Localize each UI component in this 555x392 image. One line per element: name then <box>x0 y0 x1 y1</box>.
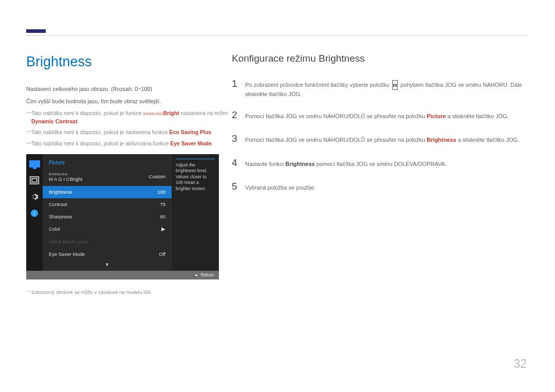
sharpness-label: Sharpness <box>49 213 72 220</box>
note-dynamic-contrast: Tato nabídka není k dispozici, pokud je … <box>26 109 232 126</box>
header-rule <box>26 35 529 36</box>
osd-row-contrast: Contrast 75 <box>43 198 172 211</box>
subsection-heading: Konfigurace režimu Brightness <box>232 51 529 66</box>
osd-scroll-down-icon: ▼ <box>43 262 172 269</box>
color-arrow-icon: ▶ <box>161 226 165 233</box>
left-column: Brightness Nastavení celkového jasu obra… <box>26 51 232 296</box>
osd-title: Picture <box>43 156 172 171</box>
magicbright-value: Custom <box>149 173 165 183</box>
intro-paragraph-1: Nastavení celkového jasu obrazu. (Rozsah… <box>26 85 232 93</box>
step-4: 4 Nastavte funkci Brightness pomocí tlač… <box>232 156 529 171</box>
step-bold: Brightness <box>285 161 314 167</box>
note-text: Tato nabídka není k dispozici, pokud je … <box>31 110 143 116</box>
monitor-icon <box>29 158 40 170</box>
osd-row-eyesaver: Eye Saver Mode Off <box>43 248 172 260</box>
section-heading: Brightness <box>26 51 232 72</box>
step-2: 2 Pomocí tlačítka JOG ve směru NAHORU/DO… <box>232 108 529 123</box>
step-number: 4 <box>232 156 239 171</box>
step-number: 5 <box>232 179 239 194</box>
magicbright-label: SAMSUNG M A G I CBright <box>49 173 82 183</box>
sharpness-value: 60 <box>160 213 165 220</box>
brightness-value: 100 <box>157 189 165 196</box>
page-number: 32 <box>513 355 527 373</box>
osd-row-sharpness: Sharpness 60 <box>43 211 172 223</box>
osd-row-magicbright: SAMSUNG M A G I CBright Custom <box>43 171 172 186</box>
osd-row-hdmi: HDMI Black Level <box>43 236 172 248</box>
step-highlight: Brightness <box>427 137 456 143</box>
step-text: Pomocí tlačítka JOG ve směru NAHORU/DOLŮ… <box>245 136 519 144</box>
svg-rect-0 <box>30 177 39 184</box>
svg-rect-1 <box>32 178 37 182</box>
intro-paragraph-2: Čím vyšší bude hodnota jasu, tím bude ob… <box>26 97 232 105</box>
note-eye-saver: Tato nabídka není k dispozici, pokud je … <box>26 140 232 148</box>
step-number: 3 <box>232 132 239 146</box>
step-text: Vybraná položka se použije. <box>245 183 316 192</box>
osd-screenshot: i Picture SAMSUNG M A G I CBright Cus <box>26 154 219 279</box>
hdmi-label: HDMI Black Level <box>49 238 88 246</box>
note-text: . <box>211 129 213 135</box>
contrast-label: Contrast <box>49 201 67 208</box>
header-accent-bar <box>26 29 46 33</box>
osd-row-brightness: Brightness 100 <box>43 186 172 198</box>
note-red: Eye Saver Mode <box>170 140 212 146</box>
step-highlight: Picture <box>427 113 446 119</box>
step-number: 1 <box>232 77 239 91</box>
note-text: . <box>78 118 79 124</box>
step-text: Pomocí tlačítka JOG ve směru NAHORU/DOLŮ… <box>245 112 509 121</box>
note-red: Dynamic Contrast <box>31 118 78 124</box>
note-text: . <box>212 140 213 146</box>
osd-tip-accent <box>176 159 215 159</box>
frame-icon <box>29 175 40 186</box>
note-text: nastavena na režim <box>181 110 228 116</box>
note-text: Tato nabídka není k dispozici, pokud je … <box>31 140 170 146</box>
note-eco-saving: Tato nabídka není k dispozici, pokud je … <box>26 128 232 137</box>
note-magic-bright: SAMSUNGBright <box>143 110 179 116</box>
magicbright-suffix: Bright <box>70 176 83 182</box>
magicbright-brand: M A G I C <box>49 176 70 182</box>
magicbright-prefix: SAMSUNG <box>49 173 82 176</box>
osd-tooltip: Adjust the brightness level. Values clos… <box>172 154 219 271</box>
magic-suffix: Bright <box>163 110 179 116</box>
step-text: Po zobrazení průvodce funkčními tlačítky… <box>245 80 529 99</box>
contrast-value: 75 <box>160 201 165 208</box>
svg-text:i: i <box>34 211 35 216</box>
brightness-label: Brightness <box>49 189 72 196</box>
steps-list: 1 Po zobrazení průvodce funkčními tlačít… <box>232 77 529 194</box>
note-text: Tato nabídka není k dispozici, pokud je … <box>31 129 170 135</box>
note-red: Eco Saving Plus <box>170 129 212 135</box>
right-column: Konfigurace režimu Brightness 1 Po zobra… <box>232 51 529 296</box>
eyesaver-label: Eye Saver Mode <box>49 251 85 258</box>
screenshot-caption: Zobrazený obrázek se může v závislosti n… <box>26 289 232 296</box>
osd-sidebar: i <box>26 154 43 271</box>
step-5: 5 Vybraná položka se použije. <box>232 179 529 194</box>
step-text: Nastavte funkci Brightness pomocí tlačít… <box>245 160 447 169</box>
step-1: 1 Po zobrazení průvodce funkčními tlačít… <box>232 77 529 99</box>
step-number: 2 <box>232 108 239 123</box>
gear-icon <box>29 191 40 202</box>
osd-menu: Picture SAMSUNG M A G I CBright Custom B… <box>43 154 172 271</box>
magic-prefix: SAMSUNG <box>143 112 163 116</box>
return-arrow-icon: ◂ <box>195 272 197 278</box>
osd-footer: ◂ Return <box>26 271 219 279</box>
color-label: Color <box>49 226 61 233</box>
return-label: Return <box>200 272 214 278</box>
menu-icon <box>392 80 398 90</box>
eyesaver-value: Off <box>159 251 166 258</box>
step-3: 3 Pomocí tlačítka JOG ve směru NAHORU/DO… <box>232 132 529 146</box>
info-icon: i <box>29 208 40 219</box>
osd-tip-text: Adjust the brightness level. Values clos… <box>176 162 207 191</box>
osd-row-color: Color ▶ <box>43 223 172 235</box>
